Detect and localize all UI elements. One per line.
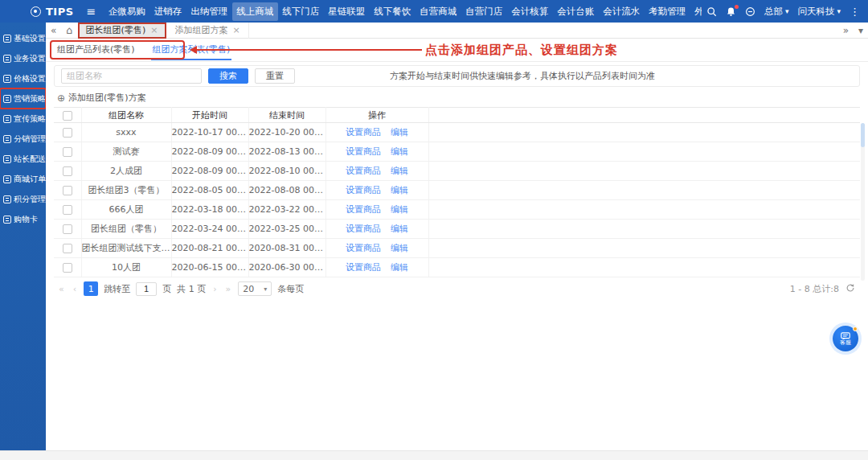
customer-service-button[interactable]: 客服 xyxy=(833,326,858,351)
tab-add-group-plan[interactable]: 添加组团方案 × xyxy=(166,23,248,39)
page-size-select[interactable]: 20 ▾ xyxy=(238,281,272,296)
topnav-item-active[interactable]: 线上商城 xyxy=(232,2,278,21)
sidebar-item-label: 基础设置 xyxy=(14,33,46,44)
set-products-link[interactable]: 设置商品 xyxy=(346,204,381,215)
topnav-item[interactable]: 外勤管理 xyxy=(690,2,702,21)
current-page-button[interactable]: 1 xyxy=(84,281,98,296)
next-page-icon[interactable]: › xyxy=(211,284,218,294)
sidebar-item-station-delivery[interactable]: 站长配送 xyxy=(0,149,46,169)
refresh-icon[interactable] xyxy=(845,283,855,295)
menu-icon xyxy=(3,75,11,83)
sidebar-item-marketing-strategy[interactable]: 营销策略 xyxy=(0,88,46,109)
last-page-icon[interactable]: » xyxy=(224,284,233,294)
more-options-icon[interactable]: ⋮ xyxy=(850,6,860,18)
edit-link[interactable]: 编辑 xyxy=(391,166,408,176)
row-checkbox[interactable] xyxy=(63,128,72,138)
col-header-name: 组团名称 xyxy=(81,108,171,123)
search-icon[interactable] xyxy=(706,6,717,17)
sidebar-item-price-settings[interactable]: 价格设置 xyxy=(0,68,46,88)
reset-button[interactable]: 重置 xyxy=(255,68,295,84)
org-switcher[interactable]: 总部 ▾ xyxy=(764,6,789,18)
topnav-item[interactable]: 进销存 xyxy=(149,2,186,21)
jump-page-input[interactable] xyxy=(136,282,157,296)
topnav-item[interactable]: 自营门店 xyxy=(461,2,507,21)
row-checkbox[interactable] xyxy=(63,166,72,176)
set-products-link[interactable]: 设置商品 xyxy=(346,243,381,253)
select-all-checkbox[interactable] xyxy=(63,111,72,121)
menu-icon xyxy=(3,195,11,203)
set-products-link[interactable]: 设置商品 xyxy=(346,224,381,234)
row-checkbox[interactable] xyxy=(63,186,72,195)
edit-link[interactable]: 编辑 xyxy=(391,224,408,234)
edit-link[interactable]: 编辑 xyxy=(391,262,408,273)
tab-menu-chevron-icon[interactable]: ▾ xyxy=(854,25,868,36)
notification-bell-icon[interactable] xyxy=(726,6,736,17)
topnav-item[interactable]: 出纳管理 xyxy=(186,2,232,21)
edit-link[interactable]: 编辑 xyxy=(391,243,408,253)
jump-label: 跳转至 xyxy=(104,283,130,295)
set-products-link[interactable]: 设置商品 xyxy=(346,127,381,138)
cell-name: 测试赛 xyxy=(81,142,171,162)
cell-name: 10人团 xyxy=(81,258,171,277)
set-products-link[interactable]: 设置商品 xyxy=(346,166,381,176)
menu-icon xyxy=(3,216,11,224)
top-navigation-bar: TIPS ≡ 企微易购 进销存 出纳管理 线上商城 线下门店 星链联盟 线下餐饮… xyxy=(0,0,868,23)
topnav-item[interactable]: 会计台账 xyxy=(553,2,599,21)
menu-icon xyxy=(3,135,11,143)
topnav-item[interactable]: 自营商城 xyxy=(416,2,461,21)
sidebar-item-shopping-card[interactable]: 购物卡 xyxy=(0,209,46,229)
sidebar-item-label: 积分管理 xyxy=(14,194,46,205)
row-checkbox[interactable] xyxy=(63,205,72,215)
hamburger-menu-icon[interactable]: ≡ xyxy=(85,5,104,18)
notification-badge-dot xyxy=(735,5,739,9)
topnav-item[interactable]: 线下餐饮 xyxy=(370,2,416,21)
topnav-item[interactable]: 星链联盟 xyxy=(324,2,370,21)
sidebar-item-basic-settings[interactable]: 基础设置 xyxy=(0,28,46,48)
col-header-start: 开始时间 xyxy=(171,108,248,123)
sidebar-item-points-management[interactable]: 积分管理 xyxy=(0,189,46,209)
message-icon[interactable] xyxy=(745,6,755,17)
logo-icon xyxy=(31,6,41,17)
close-icon[interactable]: × xyxy=(232,25,240,35)
scrollbar-thumb[interactable] xyxy=(861,123,865,147)
subtab-plan-list[interactable]: 组团方案列表(零售) xyxy=(151,38,232,62)
topnav-item[interactable]: 会计核算 xyxy=(507,2,553,21)
table-scrollbar[interactable] xyxy=(861,123,865,281)
menu-icon xyxy=(3,35,11,43)
subtab-product-list[interactable]: 组团产品列表(零售) xyxy=(55,38,137,62)
set-products-link[interactable]: 设置商品 xyxy=(346,146,381,157)
set-products-link[interactable]: 设置商品 xyxy=(346,185,381,195)
home-icon[interactable]: ⌂ xyxy=(61,24,77,36)
sidebar-item-distribution[interactable]: 分销管理 xyxy=(0,129,46,149)
company-switcher[interactable]: 问天科技 ▾ xyxy=(797,6,841,18)
cell-name: 666人团 xyxy=(81,200,171,220)
topnav-item[interactable]: 企微易购 xyxy=(104,2,149,21)
table-row: 2人成团 2022-08-09 00:00 2022-08-10 00:00 设… xyxy=(54,162,860,181)
prev-page-icon[interactable]: ‹ xyxy=(72,284,78,294)
edit-link[interactable]: 编辑 xyxy=(391,127,408,138)
add-group-plan-link[interactable]: 添加组团(零售)方案 xyxy=(68,92,146,104)
tab-group-leader[interactable]: 团长组团(零售) × xyxy=(78,23,167,39)
row-checkbox[interactable] xyxy=(63,147,72,157)
group-name-input[interactable] xyxy=(61,68,202,84)
cell-end: 2020-06-30 00:00 xyxy=(248,258,326,277)
row-checkbox[interactable] xyxy=(63,244,72,253)
sidebar-item-promotion-strategy[interactable]: 宣传策略 xyxy=(0,109,46,129)
collapse-tabs-icon[interactable]: « xyxy=(46,25,61,36)
edit-link[interactable]: 编辑 xyxy=(391,204,408,215)
topnav-item[interactable]: 线下门店 xyxy=(278,2,324,21)
set-products-link[interactable]: 设置商品 xyxy=(346,262,381,273)
row-checkbox[interactable] xyxy=(63,263,72,273)
sidebar-item-business-settings[interactable]: 业务设置 xyxy=(0,48,46,68)
sidebar-item-mall-orders[interactable]: 商城订单 xyxy=(0,169,46,189)
search-button[interactable]: 搜索 xyxy=(208,68,248,84)
topnav-item[interactable]: 考勤管理 xyxy=(645,2,690,21)
topnav-item[interactable]: 会计流水 xyxy=(599,2,645,21)
cell-name: 团长组团测试线下支付... xyxy=(81,239,171,258)
edit-link[interactable]: 编辑 xyxy=(391,185,408,195)
close-icon[interactable]: × xyxy=(150,25,158,35)
edit-link[interactable]: 编辑 xyxy=(391,146,408,157)
first-page-icon[interactable]: « xyxy=(57,284,66,294)
expand-tabs-icon[interactable]: » xyxy=(838,25,854,36)
row-checkbox[interactable] xyxy=(63,224,72,234)
